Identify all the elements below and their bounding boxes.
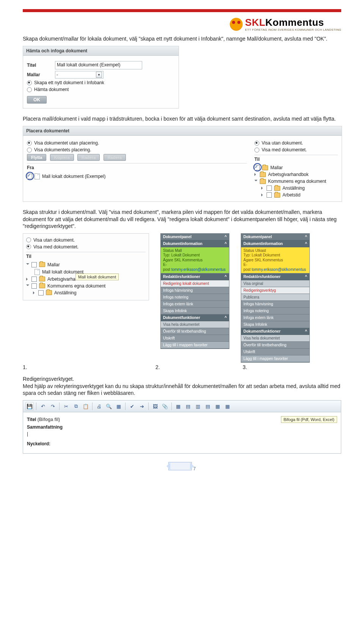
ss2-til-anst-check[interactable] [267, 185, 272, 191]
panelA-redigera-lokalt[interactable]: Redigering lokalt dokument [161, 280, 229, 287]
panelB-visa-original[interactable]: Visa orginal [241, 280, 309, 287]
ss1-radio-hamta[interactable] [27, 87, 32, 92]
radera-button-2[interactable]: Radera [104, 154, 126, 161]
panelA-infoga-ext[interactable]: Infoga extern länk [161, 301, 229, 308]
chevron-down-icon[interactable] [254, 180, 257, 183]
panelB-utskrift[interactable]: Utskrift [241, 349, 309, 355]
caret-up-icon[interactable]: ^ [305, 242, 307, 246]
panelB-publicera[interactable]: Publicera [241, 294, 309, 301]
find-icon[interactable]: 🔍 [105, 402, 113, 410]
table-icon[interactable]: ▦ [174, 402, 182, 410]
ss1-titel-input[interactable]: Mall lokalt dokument (Exempel) [55, 61, 142, 69]
caret-up-icon[interactable]: ^ [224, 242, 227, 246]
panelA-skapa-infolink[interactable]: Skapa Infolink [161, 308, 229, 314]
ss2-fra-checkbox[interactable] [27, 174, 32, 179]
chevron-down-icon[interactable]: ▼ [96, 72, 102, 78]
ss2-radio-med-dok[interactable] [254, 148, 259, 152]
caret-up-icon[interactable]: ^ [305, 275, 307, 279]
ss2-radio-utan-placering[interactable] [27, 141, 32, 146]
panelA-infoga-hanv[interactable]: Infoga hänvisning [161, 287, 229, 294]
ss1-radio-skapa[interactable] [27, 80, 32, 85]
panelA-status: Status Mall [163, 248, 227, 253]
panelA-lagg-fav[interactable]: Lägg till i mappen favoriter [161, 342, 229, 349]
ss2-radio-placering[interactable] [27, 148, 32, 152]
panelB-skapa-infolink[interactable]: Skapa Infolink [241, 321, 309, 328]
panelB-infoga-ext[interactable]: Infoga extern länk [241, 314, 309, 321]
caret-up-icon[interactable]: ^ [224, 275, 227, 279]
tilbox-kommun-check[interactable] [31, 283, 37, 289]
ss2-radio-utan-placering-label: Visa dokumentet utan placering. [34, 140, 99, 146]
table-insert-col-icon[interactable]: ▥ [194, 402, 202, 410]
tilbox-anst-check[interactable] [38, 290, 44, 295]
arrow-right-icon[interactable]: ➔ [138, 402, 146, 410]
folder-icon [260, 172, 266, 177]
copy-icon[interactable]: ⧉ [72, 402, 80, 410]
table-insert-row-icon[interactable]: ▤ [184, 402, 192, 410]
tilbox-radio-utan-label: Visa utan dokument. [33, 237, 75, 243]
paste-icon[interactable]: 📋 [82, 402, 90, 410]
ss2-radio-utan-dok[interactable] [254, 141, 259, 146]
chevron-right-icon[interactable] [26, 278, 29, 281]
chevron-right-icon[interactable] [254, 173, 257, 176]
folder-icon [274, 186, 280, 191]
tilbox-radio-utan[interactable] [26, 237, 31, 242]
panelA-overfor[interactable]: Överför till textbehandling [161, 328, 229, 335]
ss2-fra-item-label: Mall lokalt dokument (Exempel) [42, 174, 105, 179]
print-icon[interactable]: 🖨 [95, 402, 103, 410]
table-split-icon[interactable]: ▦ [223, 402, 232, 410]
image-icon[interactable]: 🖼 [151, 402, 159, 410]
select-all-icon[interactable]: ▦ [115, 402, 123, 410]
ss2-radio-placering-label: Visa dokumentets placering. [34, 147, 91, 152]
flytta-button[interactable]: Flytta [27, 154, 46, 161]
editor-toolbar: 💾 ↶ ↷ ✂ ⧉ 📋 🖨 🔍 ▦ ✔ ➔ 🖼 📎 ▦ ▤ ▥ ▤ ▦ ▦ [23, 401, 341, 412]
tilbox-radio-med[interactable] [26, 244, 31, 249]
ss2-til-mallar-check[interactable] [254, 165, 260, 170]
panelA-infoga-not[interactable]: Infoga notering [161, 294, 229, 301]
ss2-til-arbtid-check[interactable] [267, 192, 272, 198]
folder-icon [262, 165, 268, 170]
attachment-icon[interactable]: 📎 [161, 402, 169, 410]
ss2-radio-utan-dok-label: Visa utan dokument. [262, 140, 303, 146]
panelA-visa-hela[interactable]: Visa hela dokumentet [161, 321, 229, 328]
caret-up-icon[interactable]: ^ [305, 329, 307, 333]
ss1-mallar-label: Mallar [27, 72, 50, 77]
tilbox-arbgiv-check[interactable] [31, 277, 37, 282]
save-icon[interactable]: 💾 [25, 402, 34, 410]
panelB-visa-hela[interactable]: Visa hela dokumentet [241, 335, 309, 342]
editor-cursor[interactable]: | [27, 431, 28, 437]
table-delete-row-icon[interactable]: ▤ [204, 402, 212, 410]
panelB-lagg-fav[interactable]: Lägg till i mappen favoriter [241, 355, 309, 362]
step-number-3: 3. [243, 364, 247, 370]
tilbox-radio-med-label: Visa med dokumentet. [33, 244, 78, 250]
chevron-right-icon[interactable] [33, 291, 36, 294]
spellcheck-icon[interactable]: ✔ [128, 402, 136, 410]
chevron-down-icon[interactable] [26, 263, 29, 266]
panelB-infoga-hanv[interactable]: Infoga hänvisning [241, 301, 309, 308]
undo-icon[interactable]: ↶ [39, 402, 47, 410]
tilbox-arbgiv-label: Arbetsgivarha [47, 277, 75, 282]
chevron-down-icon[interactable] [26, 284, 29, 288]
panelA-utskrift[interactable]: Utskrift [161, 335, 229, 342]
ok-button[interactable]: OK [27, 96, 47, 104]
caret-up-icon[interactable]: ^ [305, 235, 307, 239]
paragraph-1: Skapa dokument/mallar för lokala dokumen… [23, 35, 341, 42]
ss1-mallar-select[interactable]: - ▼ [55, 71, 104, 79]
redo-icon[interactable]: ↷ [49, 402, 57, 410]
panelB-infoga-not[interactable]: Infoga notering [241, 308, 309, 314]
panelB-overfor[interactable]: Överför till textbehandling [241, 342, 309, 349]
caret-up-icon[interactable]: ^ [224, 316, 227, 320]
panelA-sec-redaktor: Redaktörsfunktioner [163, 275, 200, 279]
chevron-right-icon[interactable] [261, 187, 264, 190]
editor-nyckel-label: Nyckelord: [27, 441, 69, 446]
ss2-til-kommun-label: Kommunens egna dokument [268, 179, 326, 184]
tilbox-mallar-check[interactable] [31, 262, 37, 267]
kopiera-button[interactable]: Kopiera [50, 154, 74, 161]
table-merge-icon[interactable]: ▦ [213, 402, 222, 410]
caret-up-icon[interactable]: ^ [224, 235, 227, 239]
tilbox-til-label: Til [26, 252, 146, 260]
chevron-right-icon[interactable] [261, 193, 264, 196]
radera-button[interactable]: Radera [77, 154, 100, 161]
panelB-redverktyg[interactable]: Redigeringsverktyg [241, 287, 309, 294]
cut-icon[interactable]: ✂ [62, 402, 70, 410]
page-number: 7 [193, 466, 196, 471]
